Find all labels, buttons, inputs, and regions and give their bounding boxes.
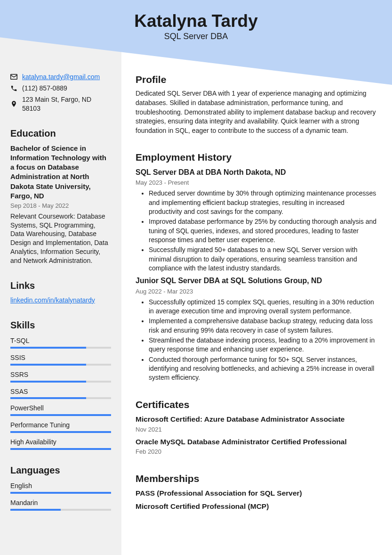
skill-label: High Availability (10, 438, 111, 447)
contact-email-row: katalyna.tardy@gmail.com (10, 73, 111, 82)
skills-heading: Skills (10, 319, 111, 332)
job-bullet: Successfully migrated 50+ databases to a… (149, 245, 379, 273)
education-degree: Bachelor of Science in Information Techn… (10, 144, 111, 201)
education-heading: Education (10, 127, 111, 140)
location-icon (10, 100, 17, 108)
skill-bar (10, 381, 111, 383)
skill-label: SSRS (10, 370, 111, 379)
profile-heading: Profile (136, 73, 379, 86)
skill-bar (10, 448, 111, 450)
job-bullets: Successfully optimized 15 complex SQL qu… (136, 298, 379, 383)
sidebar: katalyna.tardy@gmail.com (112) 857-0889 … (0, 73, 121, 521)
contact-phone-row: (112) 857-0889 (10, 84, 111, 93)
membership-item: Microsoft Certified Professional (MCP) (136, 501, 379, 512)
person-title: SQL Server DBA (0, 32, 392, 41)
skill-label: T-SQL (10, 336, 111, 345)
cert-title: Microsoft Certified: Azure Database Admi… (136, 414, 379, 424)
skill-item: PowerShell (10, 404, 111, 416)
job-bullet: Implemented a comprehensive database bac… (149, 317, 379, 335)
phone-text: (112) 857-0889 (22, 84, 67, 93)
skill-item: High Availability (10, 438, 111, 450)
cert-title: Oracle MySQL Database Administrator Cert… (136, 437, 379, 447)
main-content: Profile Dedicated SQL Server DBA with 1 … (121, 73, 392, 521)
language-label: English (10, 482, 111, 490)
skill-fill (10, 448, 111, 450)
language-label: Mandarin (10, 498, 111, 507)
contact-address-row: 123 Main St, Fargo, ND 58103 (10, 95, 111, 113)
education-dates: Sep 2018 - May 2022 (10, 202, 111, 210)
language-bar (10, 492, 111, 494)
links-heading: Links (10, 279, 111, 292)
skill-label: SSIS (10, 353, 111, 362)
job-title: Junior SQL Server DBA at SQL Solutions G… (136, 276, 379, 286)
memberships-heading: Memberships (136, 472, 379, 485)
skill-fill (10, 431, 111, 433)
skill-bar (10, 347, 111, 349)
language-fill (10, 492, 111, 494)
job-dates: May 2023 - Present (136, 179, 379, 187)
skill-item: T-SQL (10, 336, 111, 349)
cert-date: Feb 2020 (136, 448, 379, 456)
email-icon (10, 74, 17, 80)
job-title: SQL Server DBA at DBA North Dakota, ND (136, 167, 379, 178)
skill-fill (10, 397, 86, 399)
skill-item: SSIS (10, 353, 111, 366)
language-item: Mandarin (10, 498, 111, 511)
job-bullet: Successfully optimized 15 complex SQL qu… (149, 298, 379, 316)
skill-item: Performance Tuning (10, 421, 111, 433)
address-text: 123 Main St, Fargo, ND 58103 (22, 95, 111, 113)
skill-item: SSRS (10, 370, 111, 383)
phone-icon (10, 85, 17, 92)
email-link[interactable]: katalyna.tardy@gmail.com (22, 73, 100, 82)
certificates-heading: Certificates (136, 398, 379, 411)
job-bullet: Improved database performance by 25% by … (149, 217, 379, 245)
skill-fill (10, 381, 86, 383)
job-dates: Aug 2022 - Mar 2023 (136, 287, 379, 296)
skill-fill (10, 414, 111, 416)
person-name: Katalyna Tardy (0, 11, 392, 31)
skill-fill (10, 347, 86, 349)
skill-bar (10, 414, 111, 416)
language-bar (10, 509, 111, 511)
skill-label: Performance Tuning (10, 421, 111, 430)
job-bullets: Reduced server downtime by 30% through o… (136, 189, 379, 273)
cert-date: Nov 2021 (136, 425, 379, 434)
profile-text: Dedicated SQL Server DBA with 1 year of … (136, 89, 379, 135)
header: Katalyna Tardy SQL Server DBA (0, 0, 392, 41)
education-courses: Relevant Coursework: Database Systems, S… (10, 212, 111, 265)
language-item: English (10, 482, 111, 494)
skill-bar (10, 364, 111, 366)
job-bullet: Reduced server downtime by 30% through o… (149, 189, 379, 216)
job-bullet: Conducted thorough performance tuning fo… (149, 355, 379, 383)
skill-bar (10, 397, 111, 399)
skill-fill (10, 364, 86, 366)
skill-item: SSAS (10, 387, 111, 400)
linkedin-link[interactable]: linkedin.com/in/katalynatardy (10, 296, 95, 304)
languages-heading: Languages (10, 464, 111, 477)
job-bullet: Streamlined the database indexing proces… (149, 336, 379, 354)
skill-bar (10, 431, 111, 433)
skill-label: SSAS (10, 387, 111, 396)
language-fill (10, 509, 61, 511)
employment-heading: Employment History (136, 150, 379, 164)
membership-item: PASS (Professional Association for SQL S… (136, 488, 379, 498)
skill-label: PowerShell (10, 404, 111, 413)
